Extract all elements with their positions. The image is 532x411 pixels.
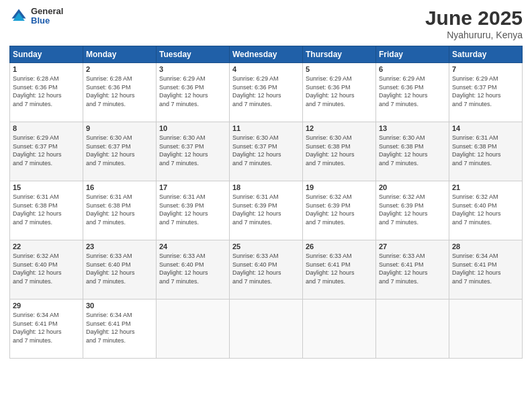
day-number: 25 xyxy=(232,242,300,250)
header-sunday: Sunday xyxy=(10,46,83,63)
day-info: Sunrise: 6:28 AM Sunset: 6:36 PM Dayligh… xyxy=(13,75,80,108)
table-row: 2Sunrise: 6:28 AM Sunset: 6:36 PM Daylig… xyxy=(83,63,157,122)
table-row: 18Sunrise: 6:31 AM Sunset: 6:39 PM Dayli… xyxy=(230,181,303,240)
table-row: 30Sunrise: 6:34 AM Sunset: 6:41 PM Dayli… xyxy=(83,300,157,359)
day-info: Sunrise: 6:30 AM Sunset: 6:38 PM Dayligh… xyxy=(306,134,373,167)
day-info: Sunrise: 6:32 AM Sunset: 6:39 PM Dayligh… xyxy=(379,193,446,226)
table-row: 22Sunrise: 6:32 AM Sunset: 6:40 PM Dayli… xyxy=(10,240,83,300)
day-number: 30 xyxy=(86,302,153,310)
day-info: Sunrise: 6:30 AM Sunset: 6:37 PM Dayligh… xyxy=(86,134,153,167)
day-number: 21 xyxy=(452,183,519,191)
day-number: 22 xyxy=(13,242,80,250)
table-row xyxy=(449,300,523,359)
header-monday: Monday xyxy=(83,46,157,63)
day-number: 12 xyxy=(306,124,373,132)
logo-text: General Blue xyxy=(31,7,63,26)
day-number: 6 xyxy=(379,65,446,73)
table-row xyxy=(230,300,303,359)
table-row: 4Sunrise: 6:29 AM Sunset: 6:36 PM Daylig… xyxy=(230,63,303,122)
day-info: Sunrise: 6:29 AM Sunset: 6:36 PM Dayligh… xyxy=(306,75,373,108)
day-number: 19 xyxy=(306,183,373,191)
day-info: Sunrise: 6:34 AM Sunset: 6:41 PM Dayligh… xyxy=(13,311,80,345)
day-info: Sunrise: 6:32 AM Sunset: 6:39 PM Dayligh… xyxy=(306,193,373,226)
day-number: 11 xyxy=(232,124,300,132)
table-row: 28Sunrise: 6:34 AM Sunset: 6:41 PM Dayli… xyxy=(449,240,523,300)
day-info: Sunrise: 6:29 AM Sunset: 6:37 PM Dayligh… xyxy=(452,75,519,108)
table-row xyxy=(376,300,449,359)
day-number: 16 xyxy=(86,183,153,191)
day-number: 15 xyxy=(13,183,80,191)
table-row: 9Sunrise: 6:30 AM Sunset: 6:37 PM Daylig… xyxy=(83,122,157,181)
day-info: Sunrise: 6:29 AM Sunset: 6:36 PM Dayligh… xyxy=(379,75,446,108)
table-row: 1Sunrise: 6:28 AM Sunset: 6:36 PM Daylig… xyxy=(10,63,83,122)
calendar-table: Sunday Monday Tuesday Wednesday Thursday… xyxy=(9,46,523,359)
day-info: Sunrise: 6:33 AM Sunset: 6:41 PM Dayligh… xyxy=(306,252,373,285)
logo-icon xyxy=(9,7,28,26)
header-friday: Friday xyxy=(376,46,449,63)
header-thursday: Thursday xyxy=(303,46,376,63)
table-row: 19Sunrise: 6:32 AM Sunset: 6:39 PM Dayli… xyxy=(303,181,376,240)
title-block: June 2025 Nyahururu, Kenya xyxy=(425,7,523,40)
day-info: Sunrise: 6:29 AM Sunset: 6:36 PM Dayligh… xyxy=(159,75,226,108)
day-info: Sunrise: 6:29 AM Sunset: 6:36 PM Dayligh… xyxy=(232,75,300,108)
day-info: Sunrise: 6:34 AM Sunset: 6:41 PM Dayligh… xyxy=(86,311,153,345)
day-number: 17 xyxy=(159,183,226,191)
header-wednesday: Wednesday xyxy=(230,46,303,63)
day-info: Sunrise: 6:31 AM Sunset: 6:38 PM Dayligh… xyxy=(452,134,519,167)
day-info: Sunrise: 6:30 AM Sunset: 6:37 PM Dayligh… xyxy=(232,134,300,167)
day-info: Sunrise: 6:31 AM Sunset: 6:39 PM Dayligh… xyxy=(159,193,226,226)
day-number: 9 xyxy=(86,124,153,132)
day-info: Sunrise: 6:33 AM Sunset: 6:40 PM Dayligh… xyxy=(86,252,153,285)
day-number: 3 xyxy=(159,65,226,73)
day-number: 1 xyxy=(13,65,80,73)
logo-blue-text: Blue xyxy=(31,16,63,26)
table-row: 11Sunrise: 6:30 AM Sunset: 6:37 PM Dayli… xyxy=(230,122,303,181)
logo-general-text: General xyxy=(31,7,63,16)
table-row: 5Sunrise: 6:29 AM Sunset: 6:36 PM Daylig… xyxy=(303,63,376,122)
day-info: Sunrise: 6:30 AM Sunset: 6:38 PM Dayligh… xyxy=(379,134,446,167)
logo: General Blue xyxy=(9,7,63,26)
table-row: 27Sunrise: 6:33 AM Sunset: 6:41 PM Dayli… xyxy=(376,240,449,300)
day-number: 28 xyxy=(452,242,519,250)
table-row: 8Sunrise: 6:29 AM Sunset: 6:37 PM Daylig… xyxy=(10,122,83,181)
table-row: 16Sunrise: 6:31 AM Sunset: 6:38 PM Dayli… xyxy=(83,181,157,240)
day-number: 27 xyxy=(379,242,446,250)
table-row: 3Sunrise: 6:29 AM Sunset: 6:36 PM Daylig… xyxy=(157,63,230,122)
table-row xyxy=(303,300,376,359)
table-row: 20Sunrise: 6:32 AM Sunset: 6:39 PM Dayli… xyxy=(376,181,449,240)
header: General Blue June 2025 Nyahururu, Kenya xyxy=(9,7,523,40)
table-row: 12Sunrise: 6:30 AM Sunset: 6:38 PM Dayli… xyxy=(303,122,376,181)
calendar-body: 1Sunrise: 6:28 AM Sunset: 6:36 PM Daylig… xyxy=(10,63,523,359)
day-number: 13 xyxy=(379,124,446,132)
day-info: Sunrise: 6:34 AM Sunset: 6:41 PM Dayligh… xyxy=(452,252,519,285)
day-number: 7 xyxy=(452,65,519,73)
day-info: Sunrise: 6:31 AM Sunset: 6:39 PM Dayligh… xyxy=(232,193,300,226)
day-info: Sunrise: 6:32 AM Sunset: 6:40 PM Dayligh… xyxy=(13,252,80,285)
day-info: Sunrise: 6:28 AM Sunset: 6:36 PM Dayligh… xyxy=(86,75,153,108)
day-number: 18 xyxy=(232,183,300,191)
table-row: 21Sunrise: 6:32 AM Sunset: 6:40 PM Dayli… xyxy=(449,181,523,240)
day-number: 26 xyxy=(306,242,373,250)
table-row: 24Sunrise: 6:33 AM Sunset: 6:40 PM Dayli… xyxy=(157,240,230,300)
day-number: 10 xyxy=(159,124,226,132)
header-tuesday: Tuesday xyxy=(157,46,230,63)
day-number: 5 xyxy=(306,65,373,73)
day-info: Sunrise: 6:29 AM Sunset: 6:37 PM Dayligh… xyxy=(13,134,80,167)
day-number: 24 xyxy=(159,242,226,250)
day-number: 2 xyxy=(86,65,153,73)
day-info: Sunrise: 6:33 AM Sunset: 6:40 PM Dayligh… xyxy=(159,252,226,285)
table-row: 10Sunrise: 6:30 AM Sunset: 6:37 PM Dayli… xyxy=(157,122,230,181)
table-row: 7Sunrise: 6:29 AM Sunset: 6:37 PM Daylig… xyxy=(449,63,523,122)
calendar-title: June 2025 xyxy=(425,7,523,30)
calendar-header: Sunday Monday Tuesday Wednesday Thursday… xyxy=(10,46,523,63)
day-number: 4 xyxy=(232,65,300,73)
table-row: 26Sunrise: 6:33 AM Sunset: 6:41 PM Dayli… xyxy=(303,240,376,300)
day-info: Sunrise: 6:33 AM Sunset: 6:40 PM Dayligh… xyxy=(232,252,300,285)
header-row: Sunday Monday Tuesday Wednesday Thursday… xyxy=(10,46,523,63)
table-row: 14Sunrise: 6:31 AM Sunset: 6:38 PM Dayli… xyxy=(449,122,523,181)
header-saturday: Saturday xyxy=(449,46,523,63)
calendar-page: General Blue June 2025 Nyahururu, Kenya … xyxy=(0,0,532,411)
table-row: 15Sunrise: 6:31 AM Sunset: 6:38 PM Dayli… xyxy=(10,181,83,240)
day-number: 23 xyxy=(86,242,153,250)
day-info: Sunrise: 6:30 AM Sunset: 6:37 PM Dayligh… xyxy=(159,134,226,167)
